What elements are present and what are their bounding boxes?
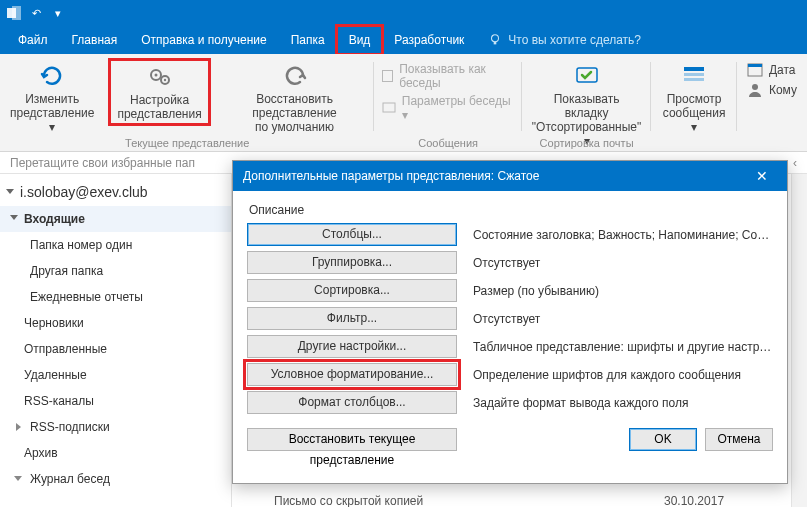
tell-me[interactable]: Что вы хотите сделать? bbox=[488, 26, 641, 54]
menu-file[interactable]: Файл bbox=[6, 26, 60, 54]
format-columns-desc: Задайте формат вывода каждого поля bbox=[473, 396, 773, 410]
qat-customize-icon[interactable]: ▾ bbox=[50, 5, 66, 21]
favorites-hint: Перетащите свои избранные пап bbox=[10, 156, 195, 170]
conversation-icon bbox=[382, 101, 395, 115]
svg-point-15 bbox=[752, 84, 758, 90]
title-bar: ↶ ▾ bbox=[0, 0, 807, 26]
conversation-settings: Параметры беседы ▾ bbox=[382, 94, 513, 122]
reset-current-view-button[interactable]: Восстановить текущее представление bbox=[247, 428, 457, 451]
sidebar-item-rss-channels[interactable]: RSS-каналы bbox=[0, 388, 231, 414]
filter-button[interactable]: Фильтр... bbox=[247, 307, 457, 330]
ribbon-group-label-current-view: Текущее представление bbox=[0, 137, 374, 149]
reset-view-button[interactable]: Восстановить представление по умолчанию bbox=[225, 58, 365, 134]
calendar-icon bbox=[747, 62, 763, 78]
tell-me-label: Что вы хотите сделать? bbox=[508, 33, 641, 47]
message-list-row[interactable]: Письмо со скрытой копией 30.10.2017 bbox=[274, 494, 423, 507]
conditional-formatting-button[interactable]: Условное форматирование... bbox=[247, 363, 457, 386]
fieldset-label: Описание bbox=[249, 203, 773, 217]
dialog-title: Дополнительные параметры представления: … bbox=[243, 169, 539, 183]
message-date: 30.10.2017 bbox=[664, 494, 724, 507]
advanced-view-settings-dialog: Дополнительные параметры представления: … bbox=[232, 160, 788, 484]
sidebar-item-folder1[interactable]: Папка номер один bbox=[0, 232, 231, 258]
view-settings-button[interactable]: Настройка представления bbox=[108, 58, 210, 126]
svg-point-2 bbox=[492, 35, 499, 42]
ribbon-group-preview: Просмотр сообщения ▾ bbox=[651, 54, 737, 151]
ribbon: Изменить представление ▾ Настройка предс… bbox=[0, 54, 807, 152]
columns-button[interactable]: Столбцы... bbox=[247, 223, 457, 246]
menu-folder[interactable]: Папка bbox=[279, 26, 337, 54]
group-by-desc: Отсутствует bbox=[473, 256, 773, 270]
menu-developer[interactable]: Разработчик bbox=[382, 26, 476, 54]
preview-icon bbox=[680, 62, 708, 90]
message-preview-button[interactable]: Просмотр сообщения ▾ bbox=[661, 58, 727, 134]
sidebar-item-rss-subs[interactable]: RSS-подписки bbox=[0, 414, 231, 440]
conditional-formatting-desc: Определение шрифтов для каждого сообщени… bbox=[473, 368, 773, 382]
svg-rect-12 bbox=[684, 78, 704, 81]
reset-icon bbox=[281, 62, 309, 90]
message-subject: Письмо со скрытой копией bbox=[274, 494, 423, 507]
format-columns-button[interactable]: Формат столбцов... bbox=[247, 391, 457, 414]
ribbon-group-arrangement: Дата Кому bbox=[737, 54, 807, 151]
filter-desc: Отсутствует bbox=[473, 312, 773, 326]
ribbon-group-label-sort: Сортировка почты bbox=[522, 137, 651, 149]
menu-send-receive[interactable]: Отправка и получение bbox=[129, 26, 278, 54]
ok-button[interactable]: OK bbox=[629, 428, 697, 451]
sort-button[interactable]: Сортировка... bbox=[247, 279, 457, 302]
checkmark-tab-icon bbox=[573, 62, 601, 90]
ribbon-group-current-view: Изменить представление ▾ Настройка предс… bbox=[0, 54, 374, 151]
refresh-icon bbox=[38, 62, 66, 90]
svg-rect-8 bbox=[383, 103, 395, 112]
sort-desc: Размер (по убыванию) bbox=[473, 284, 773, 298]
scrollbar[interactable] bbox=[791, 174, 807, 507]
sidebar-item-daily-reports[interactable]: Ежедневные отчеты bbox=[0, 284, 231, 310]
lightbulb-icon bbox=[488, 33, 502, 47]
sidebar-item-sent[interactable]: Отправленные bbox=[0, 336, 231, 362]
svg-rect-10 bbox=[684, 67, 704, 71]
show-as-conversations: Показывать как беседы bbox=[382, 62, 513, 90]
folder-sidebar: i.solobay@exev.club Входящие Папка номер… bbox=[0, 174, 232, 507]
group-by-button[interactable]: Группировка... bbox=[247, 251, 457, 274]
sidebar-item-inbox[interactable]: Входящие bbox=[0, 206, 231, 232]
change-view-button[interactable]: Изменить представление ▾ bbox=[10, 58, 94, 134]
other-settings-desc: Табличное представление: шрифты и другие… bbox=[473, 340, 773, 354]
sidebar-item-folder2[interactable]: Другая папка bbox=[0, 258, 231, 284]
svg-rect-11 bbox=[684, 73, 704, 76]
menu-bar: Файл Главная Отправка и получение Папка … bbox=[0, 26, 807, 54]
dialog-titlebar[interactable]: Дополнительные параметры представления: … bbox=[233, 161, 787, 191]
gears-icon bbox=[146, 63, 174, 91]
checkbox-icon bbox=[382, 70, 393, 82]
svg-rect-1 bbox=[12, 6, 21, 20]
ribbon-group-label-messages: Сообщения bbox=[374, 137, 521, 149]
person-icon bbox=[747, 82, 763, 98]
sidebar-item-archive[interactable]: Архив bbox=[0, 440, 231, 466]
svg-rect-3 bbox=[494, 42, 497, 45]
svg-rect-14 bbox=[748, 64, 762, 67]
account-node[interactable]: i.solobay@exev.club bbox=[0, 174, 231, 206]
menu-view[interactable]: Вид bbox=[337, 26, 383, 54]
close-icon[interactable]: ✕ bbox=[747, 168, 777, 184]
ribbon-group-messages: Показывать как беседы Параметры беседы ▾… bbox=[374, 54, 521, 151]
sidebar-item-deleted[interactable]: Удаленные bbox=[0, 362, 231, 388]
chevron-left-icon[interactable]: ‹ bbox=[793, 156, 797, 170]
arrange-date-button[interactable]: Дата bbox=[747, 62, 797, 78]
qat-undo-icon[interactable]: ↶ bbox=[28, 5, 44, 21]
svg-point-6 bbox=[154, 74, 157, 77]
menu-home[interactable]: Главная bbox=[60, 26, 130, 54]
ribbon-group-sort: Показывать вкладку "Отсортированные" ▾ С… bbox=[522, 54, 651, 151]
cancel-button[interactable]: Отмена bbox=[705, 428, 773, 451]
sidebar-item-conversation-log[interactable]: Журнал бесед bbox=[0, 466, 231, 492]
svg-point-7 bbox=[163, 79, 165, 81]
show-sorted-tab-button[interactable]: Показывать вкладку "Отсортированные" ▾ bbox=[532, 58, 641, 148]
columns-desc: Состояние заголовка; Важность; Напоминан… bbox=[473, 228, 773, 242]
arrange-to-button[interactable]: Кому bbox=[747, 82, 797, 98]
outlook-app-icon bbox=[6, 5, 22, 21]
sidebar-item-drafts[interactable]: Черновики bbox=[0, 310, 231, 336]
other-settings-button[interactable]: Другие настройки... bbox=[247, 335, 457, 358]
